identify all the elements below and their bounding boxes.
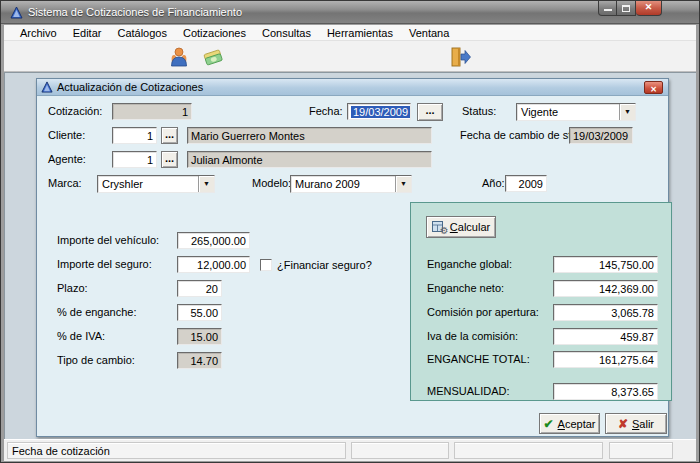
cotizacion-field: 1 (112, 103, 192, 120)
iva-pct-field: 15.00 (177, 328, 222, 345)
salir-label: Salir (632, 418, 654, 430)
application-window: Sistema de Cotizaciones de Financiamient… (0, 0, 700, 463)
menu-cotizaciones[interactable]: Cotizaciones (175, 27, 254, 39)
window-title: Sistema de Cotizaciones de Financiamient… (28, 6, 242, 18)
iva-pct-label: % de IVA: (57, 330, 105, 342)
salir-button[interactable]: ✘ Salir (605, 413, 667, 434)
enganche-neto-label: Enganche neto: (427, 282, 504, 294)
app-logo-icon (10, 6, 23, 19)
enganche-total-field: 161,275.64 (553, 351, 658, 368)
marca-label: Marca: (48, 177, 82, 189)
menu-bar: Archivo Editar Catálogos Cotizaciones Co… (4, 25, 696, 41)
tipo-cambio-label: Tipo de cambio: (57, 354, 135, 366)
menu-archivo[interactable]: Archivo (12, 27, 65, 39)
marca-dropdown-button[interactable]: ▼ (198, 176, 214, 192)
chevron-down-icon: ▼ (624, 108, 631, 115)
dialog-close-icon: ✕ (650, 85, 657, 94)
dialog-close-button[interactable]: ✕ (644, 81, 663, 94)
anio-label: Año: (482, 177, 505, 189)
status-bar: Fecha de cotización (4, 439, 696, 461)
close-icon: ✕ (636, 2, 661, 12)
modelo-value: Murano 2009 (295, 178, 360, 190)
enganche-neto-field: 142,369.00 (553, 280, 658, 297)
window-titlebar[interactable]: Sistema de Cotizaciones de Financiamient… (1, 1, 699, 24)
marca-value: Cryshler (102, 178, 143, 190)
check-icon: ✔ (544, 417, 554, 431)
calculator-gear-icon: ⚙ (432, 221, 446, 233)
menu-ventana[interactable]: Ventana (401, 27, 457, 39)
enganche-total-label: ENGANCHE TOTAL: (427, 353, 530, 365)
fecha-label: Fecha: (309, 105, 343, 117)
calcular-button[interactable]: ⚙ Calcular (426, 216, 496, 238)
close-button[interactable]: ✕ (636, 1, 662, 16)
maximize-button[interactable] (617, 1, 636, 16)
comision-apertura-field: 3,065.78 (553, 304, 658, 321)
calculation-panel: ⚙ Calcular Enganche global: 145,750.00 E… (410, 202, 672, 401)
status-value: Vigente (521, 106, 558, 118)
importe-seguro-field[interactable]: 12,000.00 (177, 256, 250, 273)
cotizacion-label: Cotización: (48, 105, 102, 117)
status-panel-4 (609, 442, 673, 459)
marca-combobox[interactable]: Cryshler ▼ (97, 175, 215, 193)
cliente-browse-button[interactable]: ... (161, 127, 178, 144)
enganche-pct-field[interactable]: 55.00 (177, 304, 222, 321)
modelo-label: Modelo: (252, 177, 291, 189)
money-toolbar-icon[interactable] (201, 45, 225, 69)
menu-catalogos[interactable]: Catálogos (109, 27, 175, 39)
plazo-label: Plazo: (57, 282, 88, 294)
mensualidad-field: 8,373.65 (553, 383, 658, 400)
minimize-icon (604, 9, 612, 11)
modelo-dropdown-button[interactable]: ▼ (395, 176, 411, 192)
importe-vehiculo-label: Importe del vehículo: (57, 234, 159, 246)
financiar-seguro-label[interactable]: ¿Financiar seguro? (277, 259, 372, 271)
dialog-actualizacion-cotizaciones: Actualización de Cotizaciones ✕ Cotizaci… (36, 78, 669, 437)
status-panel-3 (454, 442, 603, 459)
aceptar-button[interactable]: ✔ Aceptar (539, 413, 600, 434)
anio-field[interactable]: 2009 (505, 175, 547, 192)
menu-editar[interactable]: Editar (65, 27, 110, 39)
chevron-down-icon: ▼ (400, 180, 407, 187)
mensualidad-label: MENSUALIDAD: (427, 385, 510, 397)
agente-id-field[interactable]: 1 (112, 151, 157, 168)
financiar-seguro-checkbox[interactable] (260, 259, 272, 271)
dialog-titlebar[interactable]: Actualización de Cotizaciones ✕ (37, 79, 668, 96)
toolbar (4, 41, 696, 72)
agente-label: Agente: (48, 153, 86, 165)
modelo-combobox[interactable]: Murano 2009 ▼ (290, 175, 412, 193)
maximize-icon (622, 5, 630, 12)
dialog-title: Actualización de Cotizaciones (57, 81, 203, 93)
fecha-browse-button[interactable]: ... (417, 103, 443, 121)
tipo-cambio-field: 14.70 (177, 352, 222, 369)
status-combobox[interactable]: Vigente ▼ (516, 103, 636, 121)
comision-apertura-label: Comisión por apertura: (427, 306, 539, 318)
cliente-name-field: Mario Guerrero Montes (187, 127, 432, 144)
aceptar-label: Aceptar (558, 418, 596, 430)
plazo-field[interactable]: 20 (177, 280, 222, 297)
cliente-id-field[interactable]: 1 (112, 127, 157, 144)
menu-consultas[interactable]: Consultas (254, 27, 319, 39)
fecha-field[interactable]: 19/03/2009 (347, 103, 411, 120)
status-dropdown-button[interactable]: ▼ (619, 104, 635, 120)
enganche-pct-label: % de enganche: (57, 306, 137, 318)
menu-herramientas[interactable]: Herramientas (319, 27, 401, 39)
exit-toolbar-icon[interactable] (449, 45, 473, 69)
importe-seguro-label: Importe del seguro: (57, 258, 152, 270)
status-label: Status: (462, 105, 496, 117)
cliente-label: Cliente: (48, 129, 85, 141)
calcular-label: Calcular (450, 221, 490, 233)
importe-vehiculo-field[interactable]: 265,000.00 (177, 232, 250, 249)
x-icon: ✘ (618, 417, 628, 431)
enganche-global-field: 145,750.00 (553, 256, 658, 273)
chevron-down-icon: ▼ (203, 180, 210, 187)
enganche-global-label: Enganche global: (427, 258, 512, 270)
clients-toolbar-icon[interactable] (167, 45, 191, 69)
agente-browse-button[interactable]: ... (161, 151, 178, 168)
fecha-selected-text: 19/03/2009 (351, 106, 410, 118)
agente-name-field: Julian Almonte (187, 151, 432, 168)
status-panel-message: Fecha de cotización (7, 442, 346, 459)
dialog-logo-icon (41, 81, 53, 93)
minimize-button[interactable] (598, 1, 617, 16)
window-controls: ✕ (598, 1, 662, 17)
status-panel-2 (351, 442, 449, 459)
iva-comision-label: Iva de la comisión: (427, 330, 518, 342)
